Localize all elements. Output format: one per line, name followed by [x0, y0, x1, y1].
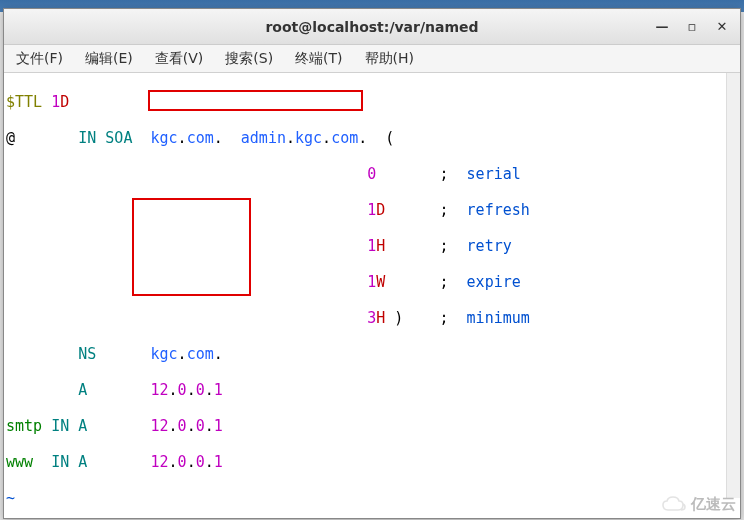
retry-value: 1	[367, 237, 376, 255]
scrollbar[interactable]	[726, 73, 740, 498]
menu-search[interactable]: 搜索(S)	[219, 48, 279, 70]
minimize-button[interactable]: —	[650, 17, 674, 37]
watermark-text: 亿速云	[691, 495, 736, 514]
ttl-unit: D	[60, 93, 69, 111]
type-a-3: A	[78, 453, 87, 471]
close-button[interactable]: ✕	[710, 17, 734, 37]
cloud-icon	[661, 496, 687, 514]
serial-value: 0	[367, 165, 376, 183]
minimum-label: minimum	[458, 309, 530, 327]
vim-tilde: ~	[6, 489, 738, 507]
expire-label: expire	[458, 273, 521, 291]
menu-help[interactable]: 帮助(H)	[359, 48, 420, 70]
class-in: IN	[78, 129, 105, 147]
origin-at: @	[6, 129, 15, 147]
titlebar[interactable]: root@localhost:/var/named — ▫ ✕	[4, 9, 740, 45]
minimum-value: 3	[367, 309, 376, 327]
host-smtp: smtp	[6, 417, 42, 435]
window-title: root@localhost:/var/named	[265, 19, 478, 35]
menu-file[interactable]: 文件(F)	[10, 48, 69, 70]
menubar: 文件(F) 编辑(E) 查看(V) 搜索(S) 终端(T) 帮助(H)	[4, 45, 740, 73]
menu-edit[interactable]: 编辑(E)	[79, 48, 139, 70]
refresh-label: refresh	[458, 201, 530, 219]
terminal-content[interactable]: $TTL 1D @ IN SOA kgc.com. admin.kgc.com.…	[4, 73, 740, 518]
type-soa: SOA	[105, 129, 150, 147]
host-www: www	[6, 453, 33, 471]
menu-terminal[interactable]: 终端(T)	[289, 48, 348, 70]
type-a-1: A	[78, 381, 87, 399]
refresh-value: 1	[367, 201, 376, 219]
expire-value: 1	[367, 273, 376, 291]
serial-label: serial	[458, 165, 521, 183]
window-controls: — ▫ ✕	[650, 17, 734, 37]
ttl-directive: $TTL	[6, 93, 51, 111]
terminal-window: root@localhost:/var/named — ▫ ✕ 文件(F) 编辑…	[3, 8, 741, 519]
soa-mail-p1: admin	[241, 129, 286, 147]
soa-primary-p1: kgc	[151, 129, 178, 147]
ns-target-p1: kgc	[151, 345, 178, 363]
maximize-button[interactable]: ▫	[680, 17, 704, 37]
retry-label: retry	[458, 237, 512, 255]
menu-view[interactable]: 查看(V)	[149, 48, 210, 70]
ip-1-o1: 12	[151, 381, 169, 399]
type-ns: NS	[78, 345, 96, 363]
watermark: 亿速云	[661, 495, 736, 514]
type-a-2: A	[78, 417, 87, 435]
ttl-value: 1	[51, 93, 60, 111]
